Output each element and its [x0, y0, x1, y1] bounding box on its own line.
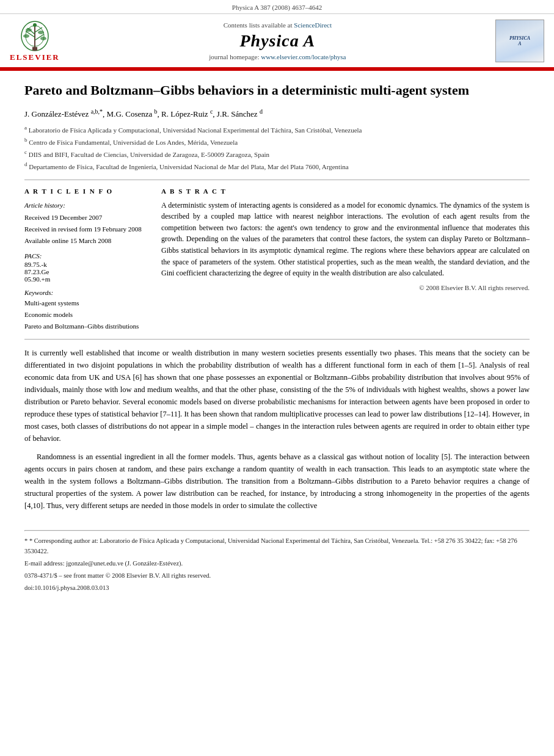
history-label: Article history:: [24, 200, 147, 211]
article-title: Pareto and Boltzmann–Gibbs behaviors in …: [24, 82, 530, 100]
top-bar: Physica A 387 (2008) 4637–4642: [0, 0, 554, 14]
article-info-col: A R T I C L E I N F O Article history: R…: [24, 187, 147, 332]
elsevier-label: ELSEVIER: [10, 53, 60, 62]
svg-point-8: [26, 28, 32, 32]
body-text: It is currently well established that in…: [24, 347, 530, 512]
footnote-divider: [24, 530, 530, 531]
footnotes: * * Corresponding author at: Laboratorio…: [24, 536, 530, 593]
svg-point-7: [33, 23, 37, 27]
journal-title: Physica A: [66, 31, 489, 51]
keywords-label: Keywords:: [24, 289, 147, 296]
pacs-section: PACS: 89.75.-k 87.23.Ge 05.90.+m: [24, 252, 147, 283]
journal-header: ELSEVIER Contents lists available at Sci…: [0, 14, 554, 68]
keywords-list: Multi-agent systems Economic models Pare…: [24, 297, 147, 332]
affiliations: a Laboratorio de Física Aplicada y Compu…: [24, 124, 530, 172]
elsevier-tree-icon: [16, 19, 53, 53]
content-area: Pareto and Boltzmann–Gibbs behaviors in …: [0, 71, 554, 607]
divider-1: [24, 180, 530, 180]
svg-rect-12: [32, 47, 37, 51]
star-footnote: * * Corresponding author at: Laboratorio…: [24, 536, 530, 556]
pacs-value-1: 89.75.-k: [24, 261, 147, 268]
pacs-value-3: 05.90.+m: [24, 275, 147, 283]
license-footnote: 0378-4371/$ – see front matter © 2008 El…: [24, 571, 530, 581]
keyword-2: Economic models: [24, 309, 147, 321]
two-col-section: A R T I C L E I N F O Article history: R…: [24, 187, 530, 332]
svg-point-9: [38, 31, 44, 34]
keyword-1: Multi-agent systems: [24, 297, 147, 309]
journal-header-center: Contents lists available at ScienceDirec…: [66, 21, 489, 60]
physica-thumbnail: PHYSICA A: [495, 20, 544, 62]
abstract-col: A B S T R A C T A deterministic system o…: [161, 187, 530, 332]
authors-line: J. González-Estévez a,b,*, M.G. Cosenza …: [24, 108, 530, 119]
sciencedirect-link[interactable]: ScienceDirect: [294, 21, 332, 29]
pacs-label: PACS:: [24, 252, 147, 260]
keywords-section: Keywords: Multi-agent systems Economic m…: [24, 289, 147, 332]
body-paragraph-2: Randomness is an essential ingredient in…: [24, 451, 530, 512]
homepage-line: journal homepage: www.elsevier.com/locat…: [66, 53, 489, 60]
journal-citation: Physica A 387 (2008) 4637–4642: [232, 4, 322, 11]
elsevier-logo: ELSEVIER: [10, 19, 60, 62]
sciencedirect-line: Contents lists available at ScienceDirec…: [66, 21, 489, 29]
abstract-header: A B S T R A C T: [161, 187, 530, 195]
svg-point-11: [40, 37, 46, 40]
article-info-header: A R T I C L E I N F O: [24, 187, 147, 195]
available-date: Available online 15 March 2008: [24, 235, 147, 247]
copyright-text: © 2008 Elsevier B.V. All rights reserved…: [161, 284, 530, 291]
doi-footnote: doi:10.1016/j.physa.2008.03.013: [24, 583, 530, 593]
svg-point-10: [23, 34, 29, 38]
received-date: Received 19 December 2007: [24, 212, 147, 224]
homepage-url[interactable]: www.elsevier.com/locate/physa: [261, 53, 346, 60]
pacs-value-2: 87.23.Ge: [24, 268, 147, 275]
star-icon: *: [24, 537, 27, 544]
abstract-text: A deterministic system of interacting ag…: [161, 200, 530, 279]
article-history: Article history: Received 19 December 20…: [24, 200, 147, 247]
email-footnote: E-mail address: jgonzale@unet.edu.ve (J.…: [24, 559, 530, 569]
body-paragraph-1: It is currently well established that in…: [24, 347, 530, 445]
keyword-3: Pareto and Boltzmann–Gibbs distributions: [24, 321, 147, 332]
revised-date: Received in revised form 19 February 200…: [24, 224, 147, 235]
divider-2: [24, 339, 530, 340]
